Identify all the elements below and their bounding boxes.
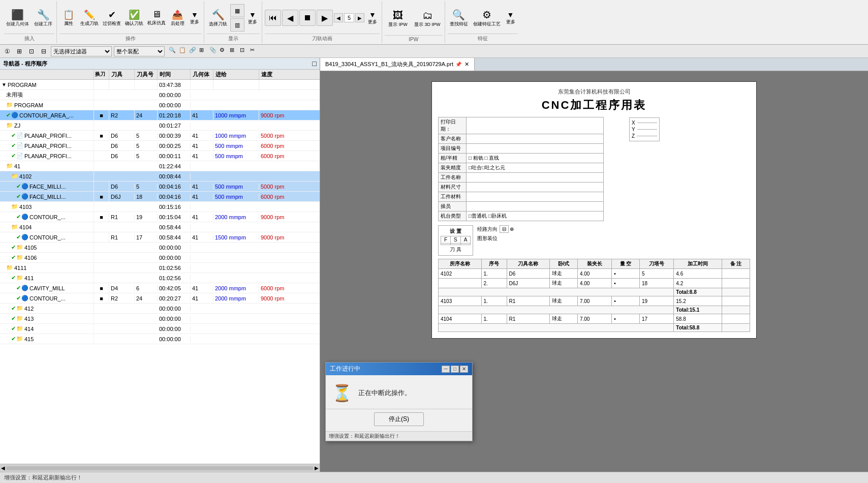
panel-maximize-button[interactable]: □ [313,59,317,68]
gen-path-icon: ✏️ [84,9,95,20]
nav-icon-3[interactable]: ⊡ [26,46,37,56]
rewind-button[interactable]: ⏮ [265,10,281,26]
scroll-left-button[interactable]: ◀ [1,465,5,471]
toolbar-group-ipw-label: IPW [385,35,443,42]
post-button[interactable]: 📤 后处理 [168,3,187,33]
more-anim-button[interactable]: ▼ 更多 [365,3,380,33]
tab-file[interactable]: B419_33041_ASSY1_B1_流动夹具_20190729A.prt 📌… [320,58,475,71]
table-row[interactable]: ✔ 🔵 CONTOUR_... ■ R2 24 00:20:27 41 2000… [0,293,320,304]
stop-button[interactable]: ⏹ [299,10,316,26]
nav-icon-8[interactable]: ⊞ [199,47,208,56]
more-ops-button[interactable]: ▼ 更多 [188,3,202,33]
verify-button[interactable]: ✔ 过切检查 [101,3,122,33]
display-opt1-icon: ▦ [235,8,240,14]
create-geo-button[interactable]: ⬛ 创建几何体 [4,3,31,33]
attr-button[interactable]: 📋 属性 [59,3,78,33]
display-opt1-button[interactable]: ▦ [230,4,244,17]
dialog-close-button[interactable]: ✕ [460,366,468,373]
statusbar: 增强设置：和延迟刷新输出行！ [0,472,868,483]
list-item: Total:58.8 [439,324,750,332]
find-feat-button[interactable]: 🔍 查找特征 [448,3,470,33]
create-op-button[interactable]: 🔧 创建工序 [32,3,54,33]
attr-icon: 📋 [63,9,74,20]
table-row[interactable]: 📁 4103 00:15:16 [0,202,320,212]
table-row[interactable]: ✔ 🔵 FACE_MILLI... ■ D6J 18 00:04:16 41 5… [0,192,320,202]
speed-prev-button[interactable]: ◀ [334,13,343,22]
nav-icon-7[interactable]: 🔗 [189,47,198,56]
table-row[interactable]: ✔ 📁 411 01:02:56 [0,273,320,283]
nav-icon-10[interactable]: ⚙ [220,47,229,56]
table-row[interactable]: ✔ 🔵 CONTOUR_... R1 17 00:58:44 41 1500 m… [0,232,320,243]
gen-path-button[interactable]: ✏️ 生成刀轨 [79,3,100,33]
nav-icon-11[interactable]: ⊞ [230,47,239,56]
machine-sim-button[interactable]: 🖥 机床仿真 [146,3,167,33]
table-row[interactable]: ✔ 📁 412 00:00:00 [0,304,320,314]
col-geo: 几何体 [191,70,213,79]
speed-selector[interactable]: ◀ 5 ▶ [334,13,364,22]
list-item: Total:15.1 [439,306,750,314]
right-content: 东莞集合计算机科技有限公司 CNC加工程序用表 打印日期： X Y Z [320,71,868,472]
cnc-data-table: 所序名称 序号 刀具名称 卧/式 装夹长 量 空 刀塔号 加工时间 备 注 [438,259,750,332]
confirm-path-icon: ✅ [129,9,140,20]
table-row[interactable]: ✔ 🔵 CONTOUR_AREA_... ■ R2 24 01:20:18 41… [0,110,320,120]
more-display-button[interactable]: ▼ 更多 [245,3,260,33]
table-row[interactable]: ✔ 📁 4106 00:00:00 [0,253,320,263]
table-row[interactable]: ✔ 📁 414 00:00:00 [0,324,320,334]
table-row[interactable]: 📁 41 01:22:44 [0,161,320,171]
nav-icon-12[interactable]: ⊡ [240,47,249,56]
assembly-select[interactable]: 整个装配 [114,46,165,56]
table-row[interactable]: ✔ 🔵 FACE_MILLI... D6 5 00:04:16 41 500 m… [0,182,320,192]
select-path-button[interactable]: 🔨 选择刀轨 [207,3,229,33]
table-row[interactable]: 📁 ZJ 00:01:27 [0,120,320,131]
nav-icon-4[interactable]: ⊟ [39,46,49,56]
display-opt2-button[interactable]: ▥ [230,18,244,32]
table-row[interactable]: ✔ 📄 PLANAR_PROFI... D6 5 00:00:11 41 500… [0,151,320,161]
filter-select[interactable]: 无选择过滤器 [51,46,112,56]
table-row[interactable]: ✔ 📄 PLANAR_PROFI... D6 5 00:00:25 41 500… [0,141,320,151]
panel-title: 导航器 - 程序顺序 □ [0,58,320,70]
table-row[interactable]: 📁 4102 00:08:44 [0,171,320,182]
play-rev-icon: ◀ [287,13,293,23]
stop-button[interactable]: 停止(S) [374,412,424,426]
table-row[interactable]: 📁 PROGRAM 00:00:00 [0,100,320,110]
dialog-footer: 停止(S) [326,409,472,431]
nav-icon-2[interactable]: ⊞ [14,46,24,56]
table-row[interactable]: ✔ 🔵 CONTOUR_... ■ R1 19 00:15:04 41 2000… [0,212,320,222]
table-row[interactable]: ✔ 🔵 CAVITY_MILL ■ D4 6 00:42:05 41 2000 … [0,283,320,293]
table-row[interactable]: 📁 4104 00:58:44 [0,222,320,232]
tab-close-button[interactable]: ✕ [464,61,469,68]
table-row[interactable]: ✔ 📁 4105 00:00:00 [0,243,320,253]
scrollbar-area[interactable]: ◀ ▶ [0,464,320,472]
toolbar-group-anim-label: 刀轨动画 [265,34,380,42]
table-row[interactable]: ✔ 📄 PLANAR_PROFI... ■ D6 5 00:00:39 41 1… [0,131,320,141]
list-item: 4103 1. R1 球走 7.00 • 19 15.2 [439,296,750,306]
more-feat-button[interactable]: ▼ 更多 [504,3,518,33]
table-row[interactable]: ✔ 📁 415 00:00:00 [0,334,320,344]
toolbar: ⬛ 创建几何体 🔧 创建工序 插入 📋 属性 ✏️ 生成刀轨 ✔ 过切检查 [0,0,868,45]
table-row[interactable]: 未用项 00:00:00 [0,90,320,100]
confirm-path-button[interactable]: ✅ 确认刀轨 [123,3,145,33]
col-toolchange: 换刀 [94,70,109,79]
nav-icon-1[interactable]: ① [2,46,12,56]
play-rev-button[interactable]: ◀ [282,10,298,26]
show-ipw-button[interactable]: 🖼 显示 IPW [385,4,411,34]
dialog-restore-button[interactable]: □ [451,366,459,373]
table-row[interactable]: 📁 4111 01:02:56 [0,263,320,273]
nav-icon-6[interactable]: 📋 [179,47,188,56]
table-row[interactable]: ▼ PROGRAM 03:47:38 [0,80,320,90]
scroll-right-button[interactable]: ▶ [315,465,319,471]
nav-icon-9[interactable]: 📎 [209,47,219,56]
more-ops-icon: ▼ [191,11,198,19]
dialog-minimize-button[interactable]: ─ [442,366,450,373]
nav-icon-13[interactable]: ✂ [250,47,259,56]
nav-icon-5[interactable]: 🔍 [169,47,178,56]
play-fwd-button[interactable]: ▶ [317,10,333,26]
right-tabs: B419_33041_ASSY1_B1_流动夹具_20190729A.prt 📌… [320,58,868,71]
speed-next-button[interactable]: ▶ [355,13,364,22]
scroll-track [6,466,314,470]
cnc-company: 东莞集合计算机科技有限公司 [438,88,750,96]
show-3d-ipw-button[interactable]: 🗂 显示 3D IPW [412,4,443,34]
table-row[interactable]: ✔ 📁 413 00:00:00 [0,314,320,324]
toolbar-group-insert: ⬛ 创建几何体 🔧 创建工序 插入 [2,1,57,43]
create-feat-button[interactable]: ⚙ 创建特征工艺 [471,3,503,33]
